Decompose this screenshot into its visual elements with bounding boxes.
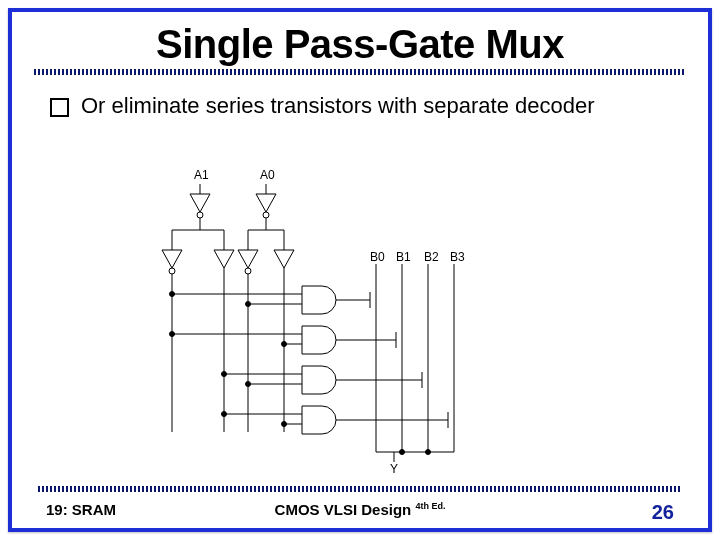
- slide-title: Single Pass-Gate Mux: [34, 22, 686, 67]
- footer-bar: 19: SRAM CMOS VLSI Design 4th Ed. 26: [12, 501, 708, 518]
- svg-point-21: [170, 292, 175, 297]
- footer-center: CMOS VLSI Design 4th Ed.: [12, 501, 708, 518]
- title-divider: [34, 69, 686, 75]
- svg-point-66: [426, 450, 431, 455]
- svg-point-31: [222, 372, 227, 377]
- circuit-svg: [132, 172, 552, 482]
- circuit-diagram: A1 A0 B0 B1 B2 B3 Y: [132, 172, 552, 482]
- svg-point-38: [282, 422, 287, 427]
- bullet-text: Or eliminate series transistors with sep…: [81, 93, 595, 119]
- svg-point-33: [246, 382, 251, 387]
- svg-point-28: [282, 342, 287, 347]
- footer-divider: [38, 486, 682, 492]
- footer-left: 19: SRAM: [46, 501, 116, 518]
- svg-point-26: [170, 332, 175, 337]
- svg-point-36: [222, 412, 227, 417]
- footer-page: 26: [652, 501, 674, 524]
- bullet-line: Or eliminate series transistors with sep…: [34, 93, 686, 119]
- svg-point-65: [400, 450, 405, 455]
- bullet-box-icon: [50, 98, 69, 117]
- svg-point-23: [246, 302, 251, 307]
